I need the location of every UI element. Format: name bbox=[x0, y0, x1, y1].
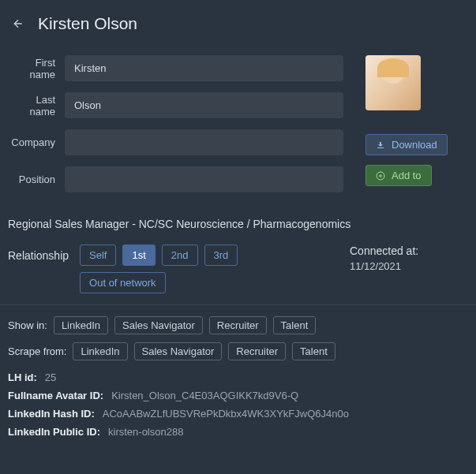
scrape-from-talent[interactable]: Talent bbox=[292, 342, 335, 360]
lh-id-label: LH id: bbox=[8, 371, 37, 383]
company-label: Company bbox=[8, 136, 65, 148]
linkedin-hash-id-value: ACoAABwZLfUBSVRePkDkbx4WK3XYkFJwQ6J4n0o bbox=[103, 408, 349, 420]
show-in-talent[interactable]: Talent bbox=[273, 316, 317, 334]
first-name-input[interactable] bbox=[65, 55, 343, 81]
company-input[interactable] bbox=[65, 129, 343, 155]
last-name-input[interactable] bbox=[65, 92, 343, 118]
add-to-label: Add to bbox=[392, 170, 422, 181]
connected-info: Connected at: 11/12/2021 bbox=[350, 244, 468, 272]
download-icon bbox=[376, 140, 385, 150]
lh-id-value: 25 bbox=[45, 371, 56, 383]
scrape-from-label: Scrape from: bbox=[8, 345, 66, 357]
scrape-from-linkedin[interactable]: LinkedIn bbox=[73, 342, 127, 360]
show-in-linkedin[interactable]: LinkedIn bbox=[54, 316, 108, 334]
headline: Regional Sales Manager - NC/SC Neuroscie… bbox=[8, 218, 468, 230]
relationship-chip-1st[interactable]: 1st bbox=[122, 244, 155, 266]
relationship-chips: Self 1st 2nd 3rd Out of network bbox=[80, 244, 326, 293]
page-header: Kirsten Olson bbox=[0, 0, 476, 47]
divider bbox=[0, 304, 476, 305]
plus-circle-icon bbox=[376, 171, 385, 181]
scrape-from-recruiter[interactable]: Recruiter bbox=[228, 342, 286, 360]
relationship-chip-self[interactable]: Self bbox=[80, 244, 116, 266]
last-name-label: Last name bbox=[8, 94, 65, 118]
download-label: Download bbox=[392, 139, 437, 151]
linkedin-public-id-label: LinkedIn Public ID: bbox=[8, 426, 100, 438]
fullname-avatar-id-label: Fullname Avatar ID: bbox=[8, 390, 103, 401]
show-in-recruiter[interactable]: Recruiter bbox=[209, 316, 267, 334]
linkedin-hash-id-label: LinkedIn Hash ID: bbox=[8, 408, 95, 420]
relationship-chip-3rd[interactable]: 3rd bbox=[204, 244, 238, 266]
avatar bbox=[365, 55, 421, 110]
page-title: Kirsten Olson bbox=[38, 14, 137, 33]
show-in-label: Show in: bbox=[8, 319, 47, 331]
first-name-label: First name bbox=[8, 57, 65, 80]
connected-label: Connected at: bbox=[350, 244, 468, 257]
relationship-chip-out[interactable]: Out of network bbox=[80, 272, 166, 293]
scrape-from-sales-navigator[interactable]: Sales Navigator bbox=[134, 342, 223, 360]
back-icon[interactable] bbox=[11, 17, 25, 31]
show-in-sales-navigator[interactable]: Sales Navigator bbox=[114, 316, 203, 334]
position-input[interactable] bbox=[65, 166, 343, 192]
download-button[interactable]: Download bbox=[365, 134, 448, 155]
position-label: Position bbox=[8, 174, 65, 185]
relationship-chip-2nd[interactable]: 2nd bbox=[162, 244, 198, 266]
form-fields: First name Last name Company Position bbox=[8, 55, 343, 203]
fullname-avatar-id-value: Kirsten_Olson_C4E03AQGIKK7kd9V6-Q bbox=[111, 390, 298, 401]
connected-date: 11/12/2021 bbox=[350, 260, 468, 272]
relationship-label: Relationship bbox=[8, 244, 69, 262]
linkedin-public-id-value: kirsten-olson288 bbox=[108, 426, 183, 438]
add-to-button[interactable]: Add to bbox=[365, 165, 432, 186]
